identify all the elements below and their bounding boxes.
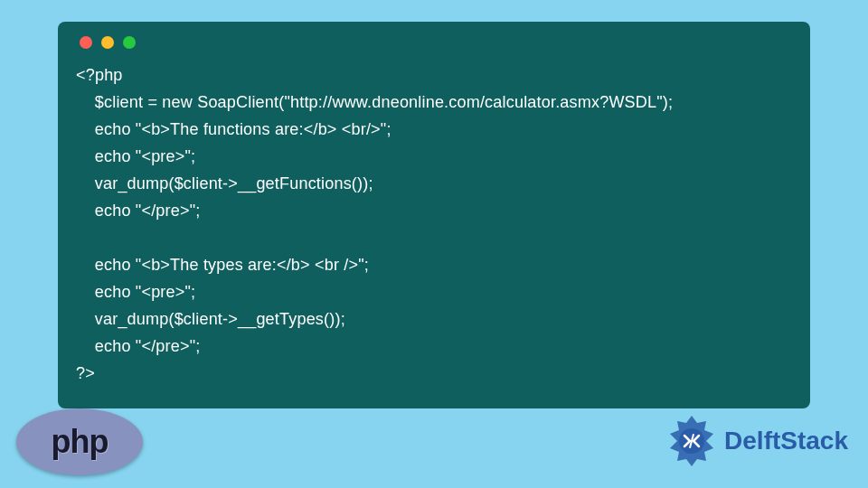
code-line: echo "</pre>"; <box>76 202 200 220</box>
code-line: echo "<b>The types are:</b> <br />"; <box>76 256 369 274</box>
delftstack-logo-text: DelftStack <box>724 427 848 455</box>
php-logo-ellipse: php <box>16 408 143 475</box>
php-logo: php <box>16 408 143 475</box>
code-line: var_dump($client->__getTypes()); <box>76 310 345 328</box>
code-line: echo "</pre>"; <box>76 337 200 355</box>
code-line: echo "<pre>"; <box>76 147 195 165</box>
php-logo-text: php <box>52 423 108 461</box>
minimize-icon <box>101 36 114 49</box>
close-icon <box>80 36 92 49</box>
delftstack-icon <box>665 414 719 468</box>
code-block: <?php $client = new SoapClient("http://w… <box>76 61 792 387</box>
window-traffic-lights <box>80 36 792 49</box>
code-line: var_dump($client->__getFunctions()); <box>76 174 373 192</box>
code-window: <?php $client = new SoapClient("http://w… <box>58 22 810 408</box>
delftstack-logo: DelftStack <box>665 414 848 468</box>
maximize-icon <box>123 36 136 49</box>
code-line: echo "<pre>"; <box>76 283 195 301</box>
code-line: ?> <box>76 364 95 382</box>
code-line: $client = new SoapClient("http://www.dne… <box>76 93 673 111</box>
code-line: <?php <box>76 66 123 84</box>
code-line: echo "<b>The functions are:</b> <br/>"; <box>76 120 392 138</box>
